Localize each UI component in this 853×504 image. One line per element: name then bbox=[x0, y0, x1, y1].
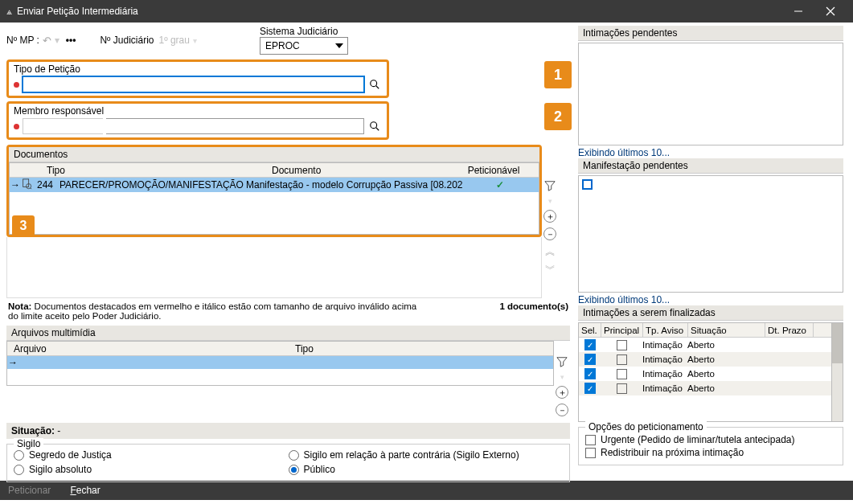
membro-input[interactable] bbox=[106, 118, 364, 134]
svg-line-9 bbox=[31, 187, 31, 188]
col-tipo-arq: Tipo bbox=[289, 343, 514, 354]
top-row: Nº MP : ↶ ▾ ••• Nº Judiciário 1º grau ▾ … bbox=[6, 26, 570, 55]
col-documento: Documento bbox=[269, 165, 461, 176]
add-button[interactable]: ＋ bbox=[543, 210, 556, 223]
col-peticionavel: Peticionável bbox=[461, 165, 526, 176]
membro-search-button[interactable] bbox=[367, 119, 382, 133]
arquivos-title: Arquivos multimídia bbox=[6, 326, 570, 341]
exibindo-link-1[interactable]: Exibindo últimos 10... bbox=[578, 147, 843, 158]
row-num: 244 bbox=[35, 179, 59, 191]
finalizadas-header: Sel. Principal Tp. Aviso Situação Dt. Pr… bbox=[579, 323, 831, 338]
finalizadas-grid[interactable]: Sel. Principal Tp. Aviso Situação Dt. Pr… bbox=[578, 322, 832, 422]
finalizada-row[interactable]: ✓IntimaçãoAberto bbox=[579, 381, 831, 395]
peticionar-button[interactable]: Peticionar bbox=[8, 485, 51, 496]
row-sit: Aberto bbox=[687, 340, 765, 350]
col-arquivo: Arquivo bbox=[7, 343, 289, 354]
checkbox-checked-icon[interactable]: ✓ bbox=[584, 383, 596, 394]
remove-button[interactable]: － bbox=[543, 227, 556, 240]
row-tp: Intimação bbox=[642, 340, 687, 350]
fechar-button[interactable]: Fechar bbox=[70, 485, 100, 496]
row-sit: Aberto bbox=[687, 354, 765, 364]
sistema-select[interactable]: EPROC bbox=[260, 37, 348, 55]
documentos-count: 1 documento(s) bbox=[499, 301, 568, 311]
row-sit: Aberto bbox=[687, 369, 765, 379]
svg-line-4 bbox=[376, 86, 379, 89]
more-button[interactable]: ••• bbox=[63, 35, 80, 46]
required-dot-icon bbox=[14, 82, 19, 88]
search-icon bbox=[369, 79, 380, 90]
row-sit: Aberto bbox=[687, 383, 765, 393]
checkbox-checked-icon[interactable]: ✓ bbox=[584, 339, 596, 350]
radio-absoluto[interactable]: Sigilo absoluto bbox=[14, 464, 289, 475]
documentos-title: Documentos bbox=[9, 147, 539, 162]
callout-tag-2: 2 bbox=[544, 103, 572, 130]
row-tp: Intimação bbox=[642, 354, 687, 364]
checkbox-principal[interactable] bbox=[617, 354, 627, 365]
row-pointer-icon: → bbox=[7, 357, 18, 368]
move-down-button[interactable]: ︾ bbox=[543, 263, 556, 276]
back-icon[interactable]: ↶ bbox=[43, 35, 51, 47]
sigilo-legend: Sigilo bbox=[14, 438, 43, 449]
svg-rect-7 bbox=[23, 178, 29, 186]
radio-segredo[interactable]: Segredo de Justiça bbox=[14, 449, 289, 461]
tipo-peticao-input[interactable] bbox=[23, 76, 364, 92]
callout-tag-3: 3 bbox=[12, 215, 35, 236]
grau-label: 1º grau bbox=[159, 35, 190, 46]
svg-line-6 bbox=[376, 128, 379, 131]
minimize-button[interactable] bbox=[782, 0, 814, 23]
add-button[interactable]: ＋ bbox=[556, 386, 568, 399]
arquivos-grid[interactable]: Arquivo Tipo → bbox=[6, 341, 554, 386]
documento-row[interactable]: → 244 PARECER/PROMOÇÃO/MANIFESTAÇÃO MINI… bbox=[10, 178, 539, 192]
checkbox-principal[interactable] bbox=[617, 340, 627, 350]
funnel-icon bbox=[544, 180, 556, 191]
scrollbar[interactable] bbox=[832, 322, 843, 422]
manifestacao-item[interactable] bbox=[582, 179, 593, 190]
row-pointer-icon: → bbox=[10, 179, 21, 191]
sistema-label: Sistema Judiciário bbox=[260, 26, 348, 37]
chevron-down-icon: ▾ bbox=[55, 35, 59, 46]
row-documento: Manifestação - modelo Corrupção Passiva … bbox=[246, 179, 476, 191]
minimize-icon bbox=[794, 6, 803, 16]
radio-publico[interactable]: Público bbox=[289, 464, 564, 475]
exibindo-link-2[interactable]: Exibindo últimos 10... bbox=[578, 294, 843, 305]
checkbox-principal[interactable] bbox=[617, 369, 627, 379]
funnel-icon bbox=[556, 356, 568, 367]
checkbox-checked-icon[interactable]: ✓ bbox=[584, 354, 596, 365]
close-icon bbox=[826, 6, 835, 16]
tipo-peticao-search-button[interactable] bbox=[367, 77, 382, 92]
document-type-icon bbox=[21, 178, 35, 192]
manifestacao-pendentes-title: Manifestação pendentes bbox=[578, 158, 843, 174]
move-up-button[interactable]: ︽ bbox=[543, 245, 556, 258]
documentos-header: Tipo Documento Peticionável bbox=[10, 163, 539, 178]
row-tp: Intimação bbox=[642, 369, 687, 379]
intimacoes-pendentes-title: Intimações pendentes bbox=[578, 26, 843, 41]
check-redistribuir[interactable]: Redistribuir na próxima intimação bbox=[585, 447, 836, 458]
row-tp: Intimação bbox=[642, 383, 687, 393]
checkbox-checked-icon[interactable]: ✓ bbox=[584, 368, 596, 379]
check-urgente[interactable]: Urgente (Pedido de liminar/tutela anteci… bbox=[585, 434, 836, 445]
membro-group: Membro responsável 2 bbox=[6, 101, 570, 140]
filter-button[interactable] bbox=[543, 179, 556, 192]
close-button[interactable] bbox=[814, 0, 847, 23]
checkbox-principal[interactable] bbox=[617, 383, 627, 394]
chevron-down-icon: ▾ bbox=[193, 36, 197, 45]
arquivo-row[interactable]: → bbox=[7, 356, 553, 369]
finalizada-row[interactable]: ✓IntimaçãoAberto bbox=[579, 367, 831, 381]
documentos-note: Nota: Documentos destacados em vermelho … bbox=[6, 298, 570, 324]
tipo-peticao-group: Tipo de Petição 1 bbox=[6, 59, 570, 98]
intimacoes-pendentes-box bbox=[578, 43, 843, 145]
finalizada-row[interactable]: ✓IntimaçãoAberto bbox=[579, 338, 831, 352]
col-tipo: Tipo bbox=[43, 165, 269, 176]
window-title: Enviar Petição Intermediária bbox=[17, 6, 138, 17]
sigilo-group: Sigilo Segredo de Justiça Sigilo absolut… bbox=[6, 444, 570, 482]
search-icon bbox=[369, 121, 380, 132]
filter-button[interactable] bbox=[556, 355, 568, 368]
finalizada-row[interactable]: ✓IntimaçãoAberto bbox=[579, 352, 831, 367]
membro-label: Membro responsável bbox=[14, 105, 382, 117]
radio-externo[interactable]: Sigilo em relação à parte contrária (Sig… bbox=[289, 449, 564, 461]
documentos-grid[interactable]: Tipo Documento Peticionável → 244 PARECE… bbox=[9, 162, 539, 235]
titlebar: ⟁ Enviar Petição Intermediária bbox=[0, 0, 853, 23]
callout-tag-1: 1 bbox=[544, 61, 572, 88]
remove-button[interactable]: － bbox=[556, 404, 568, 416]
documentos-grid-extra bbox=[6, 237, 542, 298]
